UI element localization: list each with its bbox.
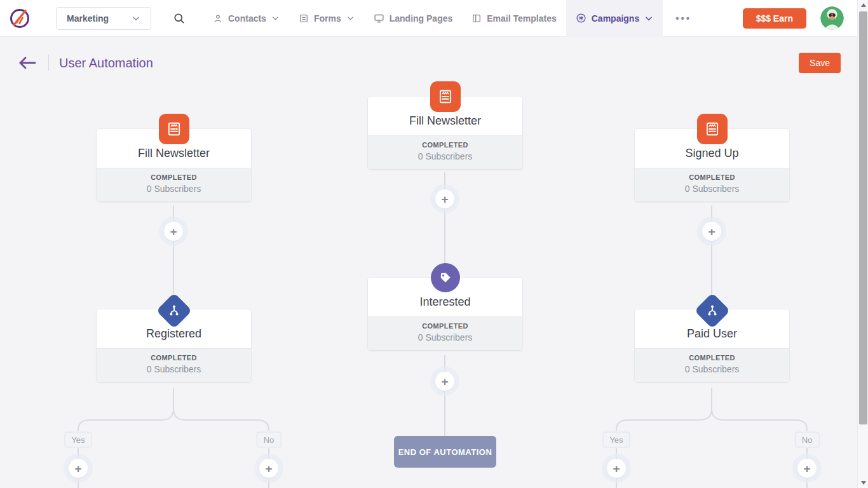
node-subscriber-count: 0 Subscribers: [97, 184, 251, 194]
node-status: COMPLETED: [635, 173, 789, 181]
trigger-node-signed-up[interactable]: Signed Up COMPLETED 0 Subscribers: [635, 129, 789, 201]
node-footer: COMPLETED 0 Subscribers: [97, 348, 251, 382]
search-button[interactable]: [169, 8, 189, 29]
node-footer: COMPLETED 0 Subscribers: [368, 135, 522, 169]
page-header: User Automation Save: [0, 37, 857, 89]
add-step-button[interactable]: +: [702, 222, 721, 241]
node-subscriber-count: 0 Subscribers: [97, 364, 251, 374]
form-icon: [299, 13, 309, 24]
nav-item-contacts[interactable]: Contacts: [203, 0, 289, 37]
avatar[interactable]: [820, 6, 844, 30]
node-subscriber-count: 0 Subscribers: [368, 151, 522, 161]
node-subscriber-count: 0 Subscribers: [635, 364, 789, 374]
fluentcrm-logo[interactable]: [8, 6, 32, 30]
save-button[interactable]: Save: [799, 53, 841, 73]
back-button[interactable]: [17, 55, 38, 71]
workspace-dropdown[interactable]: Marketing: [56, 7, 151, 30]
branch-no-label: No: [257, 432, 281, 448]
branch-no-label: No: [795, 432, 820, 448]
trigger-node-fill-newsletter[interactable]: Fill Newsletter COMPLETED 0 Subscribers: [368, 97, 522, 169]
arrow-left-icon: [18, 56, 37, 70]
nav-item-email-templates[interactable]: Email Templates: [462, 0, 566, 37]
nav-item-campaigns[interactable]: Campaigns: [566, 0, 663, 37]
node-subscriber-count: 0 Subscribers: [635, 184, 789, 194]
earn-button[interactable]: $$$ Earn: [743, 8, 806, 29]
node-footer: COMPLETED 0 Subscribers: [635, 348, 789, 382]
chevron-down-icon: [644, 14, 653, 23]
chevron-down-icon: [346, 14, 355, 22]
more-menu-button[interactable]: •••: [670, 10, 696, 26]
chevron-down-icon: [132, 14, 140, 23]
end-of-automation-badge: END OF AUTOMATION: [394, 436, 496, 468]
primary-nav: Contacts Forms Landing Pages Email Templ…: [203, 0, 663, 37]
nav-item-label: Landing Pages: [390, 13, 453, 24]
node-status: COMPLETED: [97, 173, 251, 181]
add-step-button[interactable]: +: [435, 189, 454, 208]
nav-item-label: Email Templates: [487, 13, 556, 24]
campaigns-asterisk-icon: [576, 13, 587, 24]
node-subscriber-count: 0 Subscribers: [368, 332, 522, 342]
scroll-down-arrow[interactable]: [858, 478, 868, 488]
newsletter-icon: [159, 114, 189, 144]
add-step-button[interactable]: +: [435, 372, 454, 391]
tag-icon: [431, 263, 460, 292]
branch-yes-label: Yes: [602, 432, 630, 448]
page-title: User Automation: [59, 56, 153, 71]
node-status: COMPLETED: [368, 141, 522, 149]
template-icon: [471, 13, 482, 24]
node-footer: COMPLETED 0 Subscribers: [97, 168, 251, 201]
add-step-button[interactable]: +: [69, 459, 88, 478]
navbar-right: $$$ Earn: [743, 6, 844, 30]
trigger-node-fill-newsletter[interactable]: Fill Newsletter COMPLETED 0 Subscribers: [97, 129, 251, 201]
top-navbar: Marketing Contacts Forms Landing Pages: [0, 0, 857, 37]
nav-item-label: Contacts: [228, 13, 266, 24]
scroll-up-arrow[interactable]: [858, 0, 868, 10]
nav-item-label: Forms: [314, 13, 341, 24]
add-step-button[interactable]: +: [607, 459, 626, 478]
node-status: COMPLETED: [97, 354, 251, 362]
app-root: Marketing Contacts Forms Landing Pages: [0, 0, 868, 488]
workspace-label: Marketing: [67, 13, 109, 24]
nav-item-landing-pages[interactable]: Landing Pages: [364, 0, 463, 37]
node-footer: COMPLETED 0 Subscribers: [635, 168, 789, 201]
monitor-icon: [374, 13, 384, 24]
chevron-down-icon: [271, 14, 280, 22]
scrollbar-thumb[interactable]: [859, 11, 867, 424]
add-step-button[interactable]: +: [797, 459, 817, 478]
search-icon: [173, 12, 186, 25]
nav-item-forms[interactable]: Forms: [289, 0, 364, 37]
person-icon: [213, 13, 223, 24]
add-step-button[interactable]: +: [259, 459, 278, 478]
node-status: COMPLETED: [635, 354, 789, 362]
condition-node-registered[interactable]: Registered COMPLETED 0 Subscribers: [97, 309, 251, 382]
action-node-interested[interactable]: Interested COMPLETED 0 Subscribers: [368, 278, 522, 350]
vertical-scrollbar[interactable]: [857, 0, 868, 488]
newsletter-icon: [697, 114, 728, 144]
node-footer: COMPLETED 0 Subscribers: [368, 316, 522, 350]
add-step-button[interactable]: +: [164, 222, 183, 241]
header-divider: [48, 55, 49, 71]
condition-node-paid-user[interactable]: Paid User COMPLETED 0 Subscribers: [635, 309, 789, 382]
nav-item-label: Campaigns: [592, 13, 639, 24]
branch-yes-label: Yes: [64, 432, 92, 448]
node-status: COMPLETED: [368, 322, 522, 330]
